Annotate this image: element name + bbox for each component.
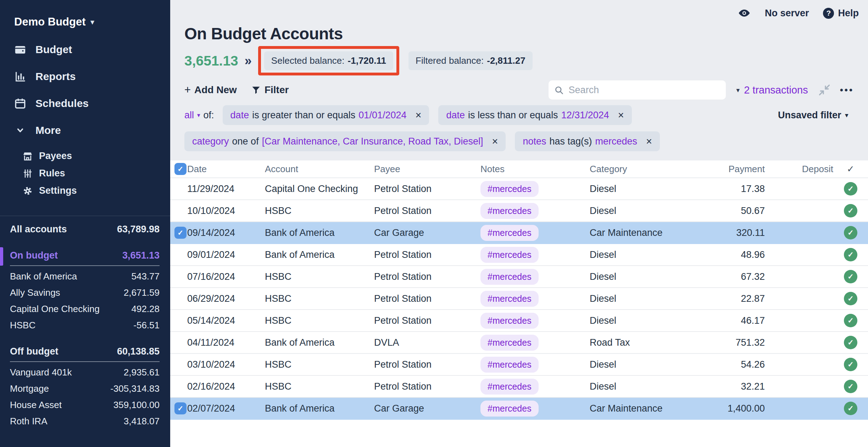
more-options-icon[interactable]: ••• bbox=[840, 85, 854, 96]
off-budget-header[interactable]: Off budget 60,138.85 bbox=[10, 346, 160, 362]
search-box[interactable] bbox=[549, 80, 726, 100]
note-tag[interactable]: #mercedes bbox=[480, 357, 539, 373]
cell-payee[interactable]: Petrol Station bbox=[374, 359, 480, 370]
filter-button[interactable]: Filter bbox=[251, 84, 289, 96]
cell-payee[interactable]: Petrol Station bbox=[374, 293, 480, 304]
cell-notes[interactable]: #mercedes bbox=[480, 247, 590, 263]
privacy-eye-icon[interactable] bbox=[738, 7, 751, 19]
cell-notes[interactable]: #mercedes bbox=[480, 335, 590, 351]
cell-category[interactable]: Diesel bbox=[590, 205, 700, 216]
collapse-icon[interactable] bbox=[818, 84, 831, 96]
cell-category[interactable]: Road Tax bbox=[590, 337, 700, 348]
filter-chip[interactable]: date is greater than or equals 01/01/202… bbox=[223, 105, 429, 125]
cell-date[interactable]: 11/29/2024 bbox=[187, 183, 265, 194]
cleared-check-icon[interactable]: ✓ bbox=[844, 358, 857, 371]
table-row[interactable]: ✓ 02/07/2024 Bank of America Car Garage … bbox=[170, 398, 868, 420]
close-icon[interactable]: × bbox=[618, 110, 624, 120]
cell-category[interactable]: Car Maintenance bbox=[590, 403, 700, 414]
budget-switcher[interactable]: Demo Budget ▾ bbox=[14, 16, 156, 28]
cell-payee[interactable]: Petrol Station bbox=[374, 249, 480, 260]
row-checkbox[interactable]: ✓ bbox=[174, 227, 187, 239]
cell-category[interactable]: Diesel bbox=[590, 271, 700, 282]
match-mode[interactable]: all bbox=[184, 110, 194, 121]
account-row[interactable]: Vanguard 401k 2,935.61 bbox=[10, 364, 160, 380]
cell-payment[interactable]: 751.32 bbox=[700, 337, 765, 348]
cell-payment[interactable]: 46.17 bbox=[700, 315, 765, 326]
cell-payee[interactable]: DVLA bbox=[374, 337, 480, 348]
note-tag[interactable]: #mercedes bbox=[480, 269, 539, 285]
cell-payment[interactable]: 54.26 bbox=[700, 359, 765, 370]
cell-payment[interactable]: 17.38 bbox=[700, 183, 765, 194]
cell-notes[interactable]: #mercedes bbox=[480, 313, 590, 329]
account-row[interactable]: Bank of America 543.77 bbox=[10, 268, 160, 284]
note-tag[interactable]: #mercedes bbox=[480, 247, 539, 263]
col-header-deposit[interactable]: Deposit bbox=[765, 164, 833, 175]
cell-category[interactable]: Diesel bbox=[590, 359, 700, 370]
cell-payment[interactable]: 32.21 bbox=[700, 381, 765, 392]
table-row[interactable]: ✓ 03/10/2024 HSBC Petrol Station #merced… bbox=[170, 354, 868, 376]
col-header-payee[interactable]: Payee bbox=[374, 164, 480, 175]
cleared-check-icon[interactable]: ✓ bbox=[844, 380, 857, 393]
cell-category[interactable]: Diesel bbox=[590, 315, 700, 326]
cleared-check-icon[interactable]: ✓ bbox=[844, 204, 857, 217]
filter-chip[interactable]: category one of [Car Maintenance, Car In… bbox=[184, 131, 506, 151]
cell-payment[interactable]: 48.96 bbox=[700, 249, 765, 260]
note-tag[interactable]: #mercedes bbox=[480, 335, 539, 351]
close-icon[interactable]: × bbox=[415, 110, 421, 120]
cell-payee[interactable]: Petrol Station bbox=[374, 271, 480, 282]
cell-account[interactable]: Capital One Checking bbox=[265, 183, 374, 194]
cleared-check-icon[interactable]: ✓ bbox=[844, 314, 857, 327]
note-tag[interactable]: #mercedes bbox=[480, 225, 539, 241]
cleared-check-icon[interactable]: ✓ bbox=[844, 292, 857, 305]
cleared-check-icon[interactable]: ✓ bbox=[844, 226, 857, 239]
help-button[interactable]: ? Help bbox=[823, 8, 859, 19]
cell-notes[interactable]: #mercedes bbox=[480, 401, 590, 417]
double-chevron-icon[interactable]: » bbox=[245, 53, 252, 68]
cell-account[interactable]: Bank of America bbox=[265, 227, 374, 238]
server-status[interactable]: No server bbox=[765, 8, 809, 19]
cell-notes[interactable]: #mercedes bbox=[480, 203, 590, 219]
table-row[interactable]: ✓ 09/01/2024 Bank of America Petrol Stat… bbox=[170, 244, 868, 266]
cell-account[interactable]: Bank of America bbox=[265, 337, 374, 348]
account-row[interactable]: HSBC -56.51 bbox=[10, 317, 160, 333]
cell-date[interactable]: 09/01/2024 bbox=[187, 249, 265, 260]
cell-payee[interactable]: Car Garage bbox=[374, 227, 480, 238]
cell-date[interactable]: 04/11/2024 bbox=[187, 337, 265, 348]
cell-notes[interactable]: #mercedes bbox=[480, 379, 590, 395]
cleared-check-icon[interactable]: ✓ bbox=[844, 402, 857, 415]
cell-date[interactable]: 02/07/2024 bbox=[187, 403, 265, 414]
table-row[interactable]: ✓ 10/10/2024 HSBC Petrol Station #merced… bbox=[170, 200, 868, 222]
unsaved-filter-dropdown[interactable]: Unsaved filter ▾ bbox=[778, 110, 848, 121]
cell-payment[interactable]: 320.11 bbox=[700, 227, 765, 238]
cell-notes[interactable]: #mercedes bbox=[480, 269, 590, 285]
table-row[interactable]: ✓ 04/11/2024 Bank of America DVLA #merce… bbox=[170, 332, 868, 354]
account-row[interactable]: Capital One Checking 492.28 bbox=[10, 301, 160, 317]
cell-date[interactable]: 10/10/2024 bbox=[187, 205, 265, 216]
sidebar-item-schedules[interactable]: Schedules bbox=[0, 90, 170, 117]
cell-category[interactable]: Diesel bbox=[590, 249, 700, 260]
close-icon[interactable]: × bbox=[492, 136, 498, 147]
col-header-date[interactable]: Date bbox=[187, 164, 265, 175]
cell-notes[interactable]: #mercedes bbox=[480, 357, 590, 373]
cleared-check-icon[interactable]: ✓ bbox=[844, 270, 857, 283]
cell-payee[interactable]: Petrol Station bbox=[374, 315, 480, 326]
table-row[interactable]: ✓ 06/29/2024 HSBC Petrol Station #merced… bbox=[170, 288, 868, 310]
note-tag[interactable]: #mercedes bbox=[480, 379, 539, 395]
cleared-check-icon[interactable]: ✓ bbox=[844, 182, 857, 196]
sidebar-item-more[interactable]: More bbox=[0, 117, 170, 144]
cell-category[interactable]: Diesel bbox=[590, 381, 700, 392]
note-tag[interactable]: #mercedes bbox=[480, 313, 539, 329]
close-icon[interactable]: × bbox=[646, 136, 652, 147]
note-tag[interactable]: #mercedes bbox=[480, 181, 539, 197]
filter-chip[interactable]: notes has tag(s) mercedes × bbox=[515, 131, 660, 151]
sidebar-item-rules[interactable]: Rules bbox=[0, 165, 170, 182]
note-tag[interactable]: #mercedes bbox=[480, 401, 539, 417]
cell-date[interactable]: 07/16/2024 bbox=[187, 271, 265, 282]
cell-category[interactable]: Car Maintenance bbox=[590, 227, 700, 238]
cell-notes[interactable]: #mercedes bbox=[480, 225, 590, 241]
search-input[interactable] bbox=[569, 85, 720, 96]
sidebar-item-budget[interactable]: Budget bbox=[0, 36, 170, 63]
table-row[interactable]: ✓ 07/16/2024 HSBC Petrol Station #merced… bbox=[170, 266, 868, 288]
cell-date[interactable]: 02/16/2024 bbox=[187, 381, 265, 392]
cell-date[interactable]: 05/14/2024 bbox=[187, 315, 265, 326]
